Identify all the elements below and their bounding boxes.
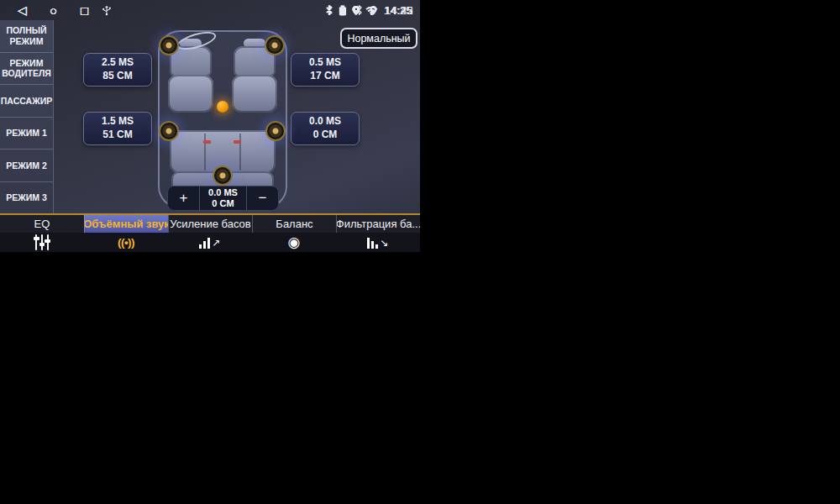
nav-home-icon[interactable]: [38, 3, 69, 18]
seatbelt-mark: [203, 140, 211, 144]
eq-sliders-icon: [0, 233, 84, 252]
mode-item[interactable]: РЕЖИМ 1: [0, 118, 53, 150]
delay-front-right-button[interactable]: 0.5 MS 17 CM: [291, 53, 360, 87]
delay-ms: 2.5 MS: [102, 56, 134, 70]
soundfield-screen: 14:25 ПОЛНЫЙ РЕЖИМРЕЖИМ ВОДИТЕЛЯПАССАЖИР…: [0, 0, 420, 252]
delay-rear-right-button[interactable]: 0.0 MS 0 CM: [291, 112, 360, 145]
speaker-front-left-icon[interactable]: [159, 35, 179, 55]
listening-mode-list: ПОЛНЫЙ РЕЖИМРЕЖИМ ВОДИТЕЛЯПАССАЖИРРЕЖИМ …: [0, 20, 54, 213]
mode-item[interactable]: РЕЖИМ 2: [0, 150, 53, 182]
speaker-subwoofer-icon[interactable]: [213, 165, 233, 186]
tab-surround-sound[interactable]: Объёмный звук((•)): [84, 215, 168, 252]
mode-item[interactable]: РЕЖИМ 3: [0, 182, 53, 214]
nav-recent-icon[interactable]: [69, 3, 100, 18]
tab-bass-boost[interactable]: Усиление басов: [168, 215, 252, 252]
seatbelt-mark: [234, 140, 241, 144]
delay-rear-left-button[interactable]: 1.5 MS 51 CM: [83, 112, 152, 145]
four-screen-grid: 14:25 87.5091.6095.7099.80103.90108.00 F…: [0, 0, 840, 504]
nav-back-icon[interactable]: [7, 3, 38, 17]
speaker-rear-left-icon[interactable]: [159, 121, 179, 141]
mode-item[interactable]: РЕЖИМ ВОДИТЕЛЯ: [0, 53, 53, 86]
status-bar: 14:25: [0, 0, 420, 20]
delay-cm: 17 CM: [310, 70, 339, 83]
delay-ms: 0.5 MS: [309, 56, 341, 70]
delay-cm: 85 CM: [102, 70, 132, 83]
wifi-icon: [366, 6, 378, 15]
speaker-front-right-icon[interactable]: [265, 35, 285, 55]
delay-cm: 51 CM: [102, 129, 132, 142]
filter-icon: [336, 233, 420, 252]
tab-label: Объёмный звук: [84, 215, 168, 233]
location-icon: [352, 5, 361, 16]
delay-plus-button[interactable]: +: [168, 186, 199, 210]
profile-chip[interactable]: Нормальный: [340, 28, 417, 49]
tab-label: Усиление басов: [168, 215, 252, 233]
mode-item[interactable]: ПОЛНЫЙ РЕЖИМ: [0, 20, 53, 53]
adjust-cm: 0 CM: [212, 198, 234, 209]
tab-eq-sliders[interactable]: EQ: [0, 215, 84, 252]
bass-boost-icon: [168, 233, 252, 252]
listening-position-dot[interactable]: [217, 101, 228, 113]
status-time: 14:25: [385, 4, 413, 17]
delay-adjust-value: 0.0 MS 0 CM: [199, 186, 247, 210]
battery-icon: [339, 5, 347, 16]
tab-filter[interactable]: Фильтрация ба...: [336, 215, 420, 252]
surround-sound-icon: ((•)): [84, 233, 168, 252]
tab-label: Баланс: [252, 215, 336, 233]
speaker-rear-right-icon[interactable]: [265, 121, 286, 141]
bluetooth-icon: [325, 4, 334, 16]
delay-minus-button[interactable]: −: [247, 186, 278, 210]
delay-front-left-button[interactable]: 2.5 MS 85 CM: [83, 53, 152, 87]
balance-icon: [252, 233, 336, 252]
tab-label: EQ: [0, 215, 84, 233]
tab-balance[interactable]: Баланс: [252, 215, 336, 252]
mode-item[interactable]: ПАССАЖИР: [0, 85, 53, 118]
system-status-icons: [325, 4, 378, 16]
audio-tab-bar: EQОбъёмный звук((•))Усиление басовБаланс…: [0, 213, 420, 252]
adjust-ms: 0.0 MS: [208, 187, 238, 198]
delay-ms: 1.5 MS: [102, 115, 134, 129]
delay-cm: 0 CM: [313, 129, 338, 142]
tab-label: Фильтрация ба...: [336, 215, 420, 233]
delay-ms: 0.0 MS: [309, 115, 341, 129]
delay-adjust-control: + 0.0 MS 0 CM −: [167, 186, 279, 211]
